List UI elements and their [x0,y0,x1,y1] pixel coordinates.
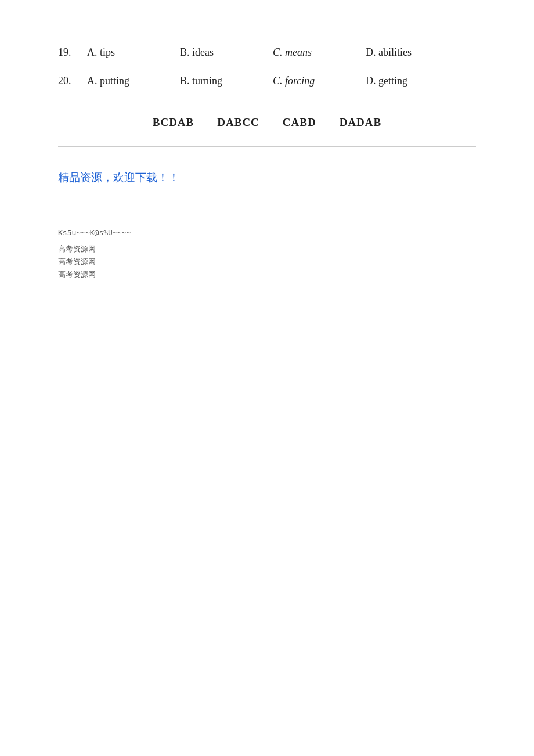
answer-group-1: BCDAB [153,116,194,129]
site-name-3: 高考资源网 [58,268,476,281]
question-19-option-c: C. means [273,46,366,59]
question-20-options: A. putting B. turning C. forcing D. gett… [87,75,476,87]
question-20-option-b: B. turning [180,75,273,87]
question-20-option-a: A. putting [87,75,180,87]
blank-line-1 [58,197,476,209]
question-19-option-a: A. tips [87,46,180,59]
answer-section: BCDAB DABCC CABD DADAB [58,116,476,129]
question-19-option-d: D. abilities [366,46,459,59]
blank-line-2 [58,209,476,221]
question-20-number: 20. [58,75,87,87]
site-name-1: 高考资源网 [58,243,476,255]
question-19-option-b: B. ideas [180,46,273,59]
site-names: 高考资源网 高考资源网 高考资源网 [58,243,476,281]
site-name-2: 高考资源网 [58,255,476,268]
question-20: 20. A. putting B. turning C. forcing D. … [58,75,476,87]
question-19-options: A. tips B. ideas C. means D. abilities [87,46,476,59]
metadata-blank [58,197,476,221]
answer-group-4: DADAB [340,116,382,129]
promo-link[interactable]: 精品资源，欢迎下载！！ [58,170,476,185]
answer-group-2: DABCC [217,116,259,129]
question-20-option-c: C. forcing [273,75,366,87]
question-19: 19. A. tips B. ideas C. means D. abiliti… [58,46,476,59]
code-text: Ks5u~~~K@s%U~~~~ [58,228,476,237]
question-19-number: 19. [58,46,87,59]
divider [58,146,476,147]
question-20-option-d: D. getting [366,75,459,87]
answer-group-3: CABD [283,116,316,129]
